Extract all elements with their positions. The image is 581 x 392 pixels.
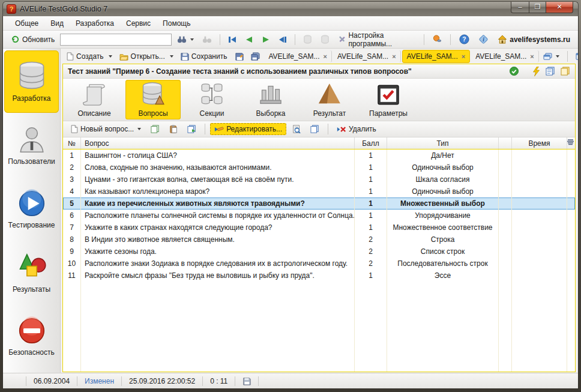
copy-question-button[interactable]: [147, 124, 163, 134]
edit-question-button[interactable]: Редактировать...: [210, 123, 286, 135]
column-header-num[interactable]: №: [63, 137, 81, 149]
created-date: 06.09.2004: [26, 377, 77, 385]
column-chooser-icon[interactable]: [567, 139, 574, 146]
column-header-question[interactable]: Вопрос: [81, 137, 355, 149]
save-document-button[interactable]: Сохранить: [178, 51, 232, 62]
cell-gap: [499, 149, 512, 161]
first-record-button[interactable]: [225, 35, 239, 44]
section-description[interactable]: Описание: [67, 80, 122, 119]
refresh-button[interactable]: Обновить: [8, 34, 58, 45]
table-row[interactable]: 7 Укажите в каких странах находятся след…: [63, 222, 575, 234]
cell-score: 2: [355, 246, 387, 258]
document-tab[interactable]: AVELife_SAM...×: [471, 50, 539, 62]
cell-score: 1: [355, 210, 387, 222]
table-row[interactable]: 3 Цунами - это гигантская волна, сметающ…: [63, 173, 575, 185]
toolbar-separator: [567, 51, 568, 62]
table-row[interactable]: 4 Как называют коллекционера марок? 1 Од…: [63, 185, 575, 198]
menu-item[interactable]: Помощь: [157, 17, 196, 29]
duplicate-question-button[interactable]: [184, 124, 200, 134]
preview-question-button[interactable]: [289, 124, 304, 134]
open-folder-icon: [119, 53, 128, 61]
table-row[interactable]: 5 Какие из перечисленных животных являют…: [63, 198, 575, 210]
menu-item[interactable]: Вид: [44, 17, 70, 29]
document-tab[interactable]: AVELife_SAM...×: [333, 50, 401, 62]
table-row[interactable]: 11 Раскройте смысл фразы "Без труда не в…: [63, 270, 575, 282]
sidebar-item-testing[interactable]: Тестирование: [4, 178, 59, 240]
section-parameters[interactable]: Параметры: [361, 80, 416, 119]
new-document-button[interactable]: Создать: [63, 51, 115, 62]
table-row[interactable]: 10 Расположите знаки Зодиака в порядке с…: [63, 258, 575, 270]
prev-record-button[interactable]: [242, 35, 256, 44]
table-body: 1 Вашингтон - столица США? 1 Да/Нет: [63, 149, 575, 372]
save-all-button[interactable]: [248, 51, 263, 62]
table-row[interactable]: 9 Укажите сезоны года. 2 Список строк: [63, 246, 575, 258]
tab-close-icon[interactable]: ×: [530, 53, 534, 60]
test-panel: Тест знаний "Пример 6 - Создание теста з…: [62, 64, 576, 372]
window-title: AVELife TestGold Studio 7: [20, 5, 107, 13]
column-header-time[interactable]: Время: [512, 137, 567, 149]
cell-score: 2: [355, 234, 387, 246]
program-settings-button[interactable]: Настройка программы...: [335, 30, 418, 49]
table-row[interactable]: 1 Вашингтон - столица США? 1 Да/Нет: [63, 149, 575, 161]
next-record-button[interactable]: [259, 35, 273, 44]
new-question-button[interactable]: Новый вопрос...: [67, 124, 145, 134]
close-button[interactable]: ✕: [546, 2, 573, 13]
sidebar-item-security[interactable]: Безопасность: [4, 305, 59, 367]
maximize-button[interactable]: ❐: [529, 2, 546, 13]
valid-shield-icon: [510, 67, 519, 76]
cell-gap: [499, 258, 512, 270]
cell-question: Укажите в каких странах находятся следую…: [81, 222, 355, 234]
section-sampling[interactable]: Выборка: [243, 80, 298, 119]
menu-item[interactable]: Разработка: [70, 17, 120, 29]
export-button[interactable]: [573, 52, 578, 62]
window-list-button[interactable]: [540, 52, 562, 62]
cell-num: 7: [63, 222, 81, 234]
delete-question-button[interactable]: Удалить: [333, 124, 380, 134]
tab-close-icon[interactable]: ×: [392, 53, 396, 60]
tab-close-icon[interactable]: ×: [324, 53, 327, 60]
table-header: № Вопрос Балл Тип Время: [63, 137, 575, 149]
toolbar-separator: [328, 124, 328, 134]
minimize-button[interactable]: –: [511, 2, 529, 13]
tab-close-icon[interactable]: ×: [462, 53, 465, 60]
cell-gap: [499, 246, 512, 258]
search-input[interactable]: [60, 34, 172, 46]
last-record-button[interactable]: [275, 35, 290, 44]
copy-preview-button[interactable]: [307, 124, 323, 134]
cell-question: В Индии это животное является священным.: [81, 234, 355, 246]
section-questions[interactable]: Вопросы: [125, 80, 181, 119]
cell-question: Слова, сходные по значению, называются а…: [81, 161, 355, 173]
section-sections[interactable]: Секции: [184, 80, 239, 119]
table-row[interactable]: 8 В Индии это животное является священны…: [63, 234, 575, 246]
table-row[interactable]: 6 Расположите планеты солнечной системы …: [63, 210, 575, 222]
toolbar-separator: [450, 34, 451, 45]
open-document-button[interactable]: Открыть...: [116, 51, 176, 62]
document-tab[interactable]: AVELife_SAM...×: [264, 50, 332, 62]
sidebar-item-label: Тестирование: [8, 221, 55, 229]
column-header-score[interactable]: Балл: [355, 137, 387, 149]
paste-question-button[interactable]: [166, 124, 181, 134]
sidebar-item-results[interactable]: Результаты: [4, 241, 59, 304]
no-entry-icon: [17, 316, 47, 346]
cell-gap: [499, 161, 512, 173]
cell-score: 1: [355, 161, 387, 173]
menu-item[interactable]: Общее: [9, 17, 44, 29]
save-as-button[interactable]: [232, 51, 247, 62]
website-link[interactable]: avelifesystems.ru: [495, 34, 573, 45]
table-row[interactable]: 2 Слова, сходные по значению, называются…: [63, 161, 575, 173]
cell-gap: [499, 173, 512, 185]
column-header-type[interactable]: Тип: [387, 137, 499, 149]
menu-item[interactable]: Сервис: [120, 17, 157, 29]
main-toolbar: Обновить: [3, 31, 578, 49]
sidebar-item-development[interactable]: Разработка: [4, 50, 59, 113]
cell-num: 6: [63, 210, 81, 222]
dropdown-arrow-icon: [556, 55, 559, 58]
title-bar[interactable]: ? AVELife TestGold Studio 7 – ❐ ✕: [2, 1, 579, 16]
find-button[interactable]: [174, 34, 197, 45]
about-button[interactable]: i: [475, 33, 492, 46]
document-tab-active[interactable]: AVELife_SAM...×: [402, 50, 471, 63]
sidebar-item-users[interactable]: Пользователи: [4, 114, 59, 176]
section-result[interactable]: Результат: [302, 80, 357, 119]
license-button[interactable]: [429, 34, 445, 45]
help-button[interactable]: ?: [456, 33, 472, 46]
